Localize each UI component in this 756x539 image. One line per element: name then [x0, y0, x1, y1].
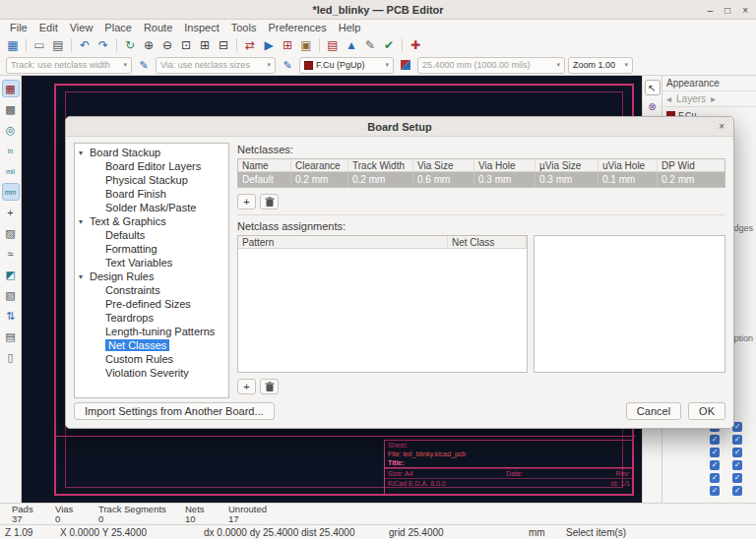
tree-item-formatting[interactable]: Formatting: [75, 242, 228, 256]
tree-item-pre-defined-sizes[interactable]: Pre-defined Sizes: [75, 297, 228, 311]
page-settings-icon[interactable]: ▭: [31, 36, 48, 54]
visibility-checkbox[interactable]: ✓: [710, 486, 720, 496]
net-inspector-icon[interactable]: ⊗: [645, 98, 661, 114]
dialog-titlebar[interactable]: Board Setup ×: [66, 117, 733, 137]
tree-item-board-finish[interactable]: Board Finish: [75, 187, 228, 201]
track-width-combo[interactable]: Track: use netclass width ▾: [6, 57, 132, 74]
menu-file[interactable]: File: [4, 22, 33, 33]
delete-assignment-button[interactable]: [260, 379, 279, 394]
lock-icon[interactable]: ▣: [297, 36, 315, 54]
units-inch-icon[interactable]: in: [2, 142, 20, 159]
highlight-net-icon[interactable]: ✚: [407, 36, 424, 54]
netclasses-col-via-size[interactable]: Via Size: [413, 159, 474, 171]
properties-panel-icon[interactable]: ▯: [2, 348, 20, 366]
tree-item-board-stackup[interactable]: ▾Board Stackup: [75, 146, 228, 159]
ratsnest-icon[interactable]: ▨: [2, 224, 20, 242]
tree-item-text-graphics[interactable]: ▾Text & Graphics: [75, 214, 228, 228]
menu-view[interactable]: View: [64, 22, 99, 33]
tree-item-teardrops[interactable]: Teardrops: [75, 311, 228, 325]
import-settings-button[interactable]: Import Settings from Another Board...: [74, 402, 275, 420]
layer-combo[interactable]: F.Cu (PgUp) ▾: [299, 57, 394, 74]
chevron-left-icon[interactable]: ◂: [666, 93, 671, 104]
tree-item-length-tuning-patterns[interactable]: Length-tuning Patterns: [75, 325, 228, 338]
zoom-fit-icon[interactable]: ⊡: [177, 36, 195, 54]
grid-style-icon[interactable]: ▩: [2, 100, 20, 118]
3d-viewer-icon[interactable]: ▲: [343, 36, 360, 54]
color-checkbox[interactable]: ✓: [732, 486, 742, 496]
tree-item-design-rules[interactable]: ▾Design Rules: [75, 270, 228, 283]
netclasses-col-uvia-hole[interactable]: uVia Hole: [598, 159, 658, 171]
update-pcb-icon[interactable]: ⇄: [241, 36, 259, 54]
netclass-members-panel[interactable]: [534, 235, 725, 373]
assignments-col-net-class[interactable]: Net Class: [448, 236, 527, 248]
visibility-checkbox[interactable]: ✓: [710, 448, 720, 457]
tree-item-net-classes[interactable]: Net Classes: [75, 338, 228, 352]
refresh-icon[interactable]: ↻: [121, 36, 139, 54]
menu-route[interactable]: Route: [138, 22, 178, 33]
netclasses-col-name[interactable]: Name: [238, 159, 291, 171]
menu-help[interactable]: Help: [333, 22, 367, 33]
tree-item-violation-severity[interactable]: Violation Severity: [75, 366, 228, 380]
delete-netclass-button[interactable]: [260, 194, 279, 210]
zoom-out-icon[interactable]: ⊖: [158, 36, 176, 54]
undo-icon[interactable]: ↶: [76, 36, 94, 54]
color-checkbox[interactable]: ✓: [732, 460, 742, 470]
maximize-button[interactable]: □: [724, 5, 730, 16]
layers-manager-icon[interactable]: ▤: [2, 328, 20, 345]
cancel-button[interactable]: Cancel: [626, 402, 681, 420]
curved-ratsnest-icon[interactable]: ≈: [2, 245, 20, 263]
plot-icon[interactable]: ✎: [361, 36, 379, 54]
select-tool-icon[interactable]: ↖: [645, 80, 661, 95]
tree-item-solder-mask-paste[interactable]: Solder Mask/Paste: [75, 201, 228, 214]
color-checkbox[interactable]: ✓: [732, 473, 742, 483]
edit-track-widths-button[interactable]: ✎: [135, 56, 153, 74]
tree-item-physical-stackup[interactable]: Physical Stackup: [75, 173, 228, 187]
drc-icon[interactable]: ✔: [380, 36, 398, 54]
edit-via-sizes-button[interactable]: ✎: [279, 56, 296, 74]
tree-item-constraints[interactable]: Constraints: [75, 283, 228, 297]
assignments-col-pattern[interactable]: Pattern: [238, 236, 448, 248]
appearance-tabs[interactable]: ◂ Layers ▸: [662, 90, 756, 107]
menu-tools[interactable]: Tools: [225, 22, 263, 33]
window-titlebar[interactable]: *led_blinky — PCB Editor – □ ×: [0, 0, 756, 20]
units-mm-icon[interactable]: mm: [2, 183, 20, 201]
menu-inspect[interactable]: Inspect: [178, 22, 224, 33]
color-checkbox[interactable]: ✓: [732, 435, 742, 445]
net-highlight-icon[interactable]: ◩: [2, 266, 20, 283]
via-size-combo[interactable]: Via: use netclass sizes ▾: [156, 57, 276, 74]
visibility-checkbox[interactable]: ✓: [710, 473, 720, 483]
units-mil-icon[interactable]: mil: [2, 162, 20, 180]
close-button[interactable]: ×: [742, 5, 748, 16]
run-plugin-icon[interactable]: ▶: [260, 36, 278, 54]
chevron-right-icon[interactable]: ▸: [711, 93, 716, 104]
visibility-checkbox[interactable]: ✓: [710, 435, 720, 445]
drawing-mode-icon[interactable]: ▧: [2, 286, 20, 304]
dialog-close-button[interactable]: ×: [719, 121, 724, 132]
add-assignment-button[interactable]: +: [237, 379, 256, 394]
tab-layers[interactable]: Layers: [676, 93, 706, 104]
menu-place[interactable]: Place: [98, 22, 138, 33]
menu-edit[interactable]: Edit: [33, 22, 64, 33]
ok-button[interactable]: OK: [688, 402, 725, 420]
tree-item-board-editor-layers[interactable]: Board Editor Layers: [75, 159, 228, 173]
netclasses-col-via-size[interactable]: µVia Size: [536, 159, 598, 171]
grid-combo[interactable]: 25.4000 mm (1000.00 mils) ▾: [417, 57, 565, 74]
add-netclass-button[interactable]: +: [237, 194, 256, 210]
tree-item-defaults[interactable]: Defaults: [75, 228, 228, 242]
redo-icon[interactable]: ↷: [94, 36, 112, 54]
assignments-table-body[interactable]: [238, 249, 527, 372]
netclasses-col-track-width[interactable]: Track Width: [348, 159, 413, 171]
layer-pair-button[interactable]: [397, 56, 414, 74]
netclasses-col-dp-wid[interactable]: DP Wid: [658, 159, 725, 171]
zoom-combo[interactable]: Zoom 1.00 ▾: [568, 57, 633, 74]
minimize-button[interactable]: –: [708, 5, 714, 16]
zoom-selection-icon[interactable]: ⊟: [215, 36, 232, 54]
flip-view-icon[interactable]: ⇅: [2, 307, 20, 325]
tree-item-text-variables[interactable]: Text Variables: [75, 256, 228, 270]
netclasses-col-via-hole[interactable]: Via Hole: [474, 159, 536, 171]
tree-item-custom-rules[interactable]: Custom Rules: [75, 352, 228, 366]
netclasses-col-clearance[interactable]: Clearance: [291, 159, 348, 171]
save-icon[interactable]: ▦: [4, 36, 22, 54]
visibility-checkbox[interactable]: ✓: [710, 460, 720, 470]
polar-coords-icon[interactable]: ◎: [2, 121, 20, 139]
